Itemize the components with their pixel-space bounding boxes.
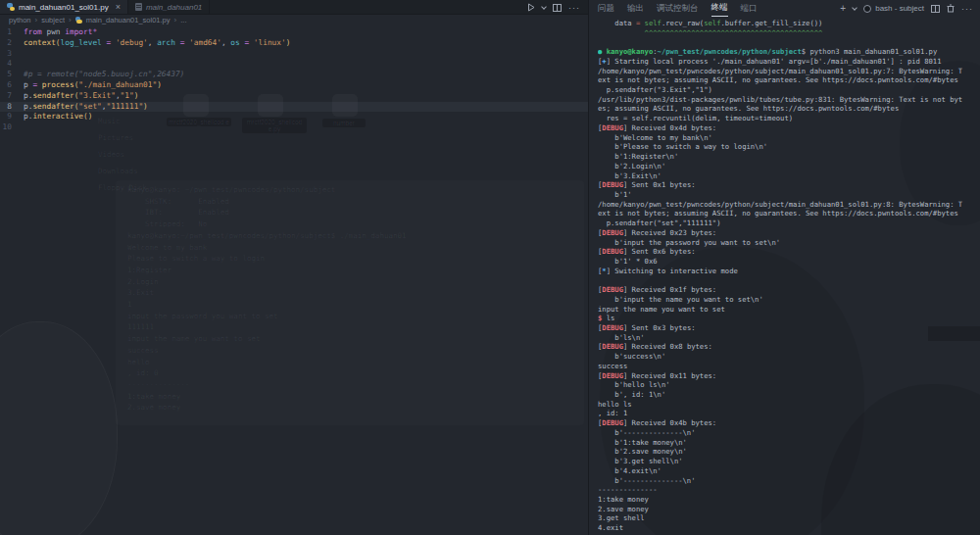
terminal-line: ext is not bytes; assuming ASCII, no gua… — [598, 209, 976, 219]
terminal-line: b'--------------\n' — [598, 476, 976, 486]
terminal-line: data = self.recv_raw(self.buffer.get_fil… — [598, 19, 976, 28]
panel-more-actions-icon[interactable]: ··· — [961, 4, 973, 14]
terminal-line: 2.save money — [598, 505, 976, 514]
terminal-line: 3.get shell — [598, 513, 976, 523]
terminal-line: res = self.recvuntil(delim, timeout=time… — [598, 114, 976, 123]
code-text: context(log_level = 'debug', arch = 'amd… — [24, 38, 290, 49]
breadcrumb-item[interactable]: python — [9, 16, 31, 24]
code-text: p.sendafter("set","111111") — [24, 102, 148, 113]
code-text: from pwn import* — [24, 27, 97, 38]
panel-tab-终端[interactable]: 终端 — [711, 0, 728, 17]
breadcrumb-item[interactable]: subject — [41, 16, 65, 24]
terminal-line: [DEBUG] Received 0x4d bytes: — [598, 123, 976, 133]
line-number: 1 — [0, 27, 24, 38]
run-python-file-button[interactable] — [527, 3, 535, 12]
python-icon — [75, 17, 82, 24]
vscode-window: { "editor": { "tabs": [ { "label": "main… — [0, 0, 980, 535]
terminal-line: b'input the name you want to set\n' — [598, 295, 976, 305]
code-line: 9p.interactive() — [0, 112, 588, 122]
terminal-line: /home/kanyo/pwn_test/pwncodes/python/sub… — [598, 67, 976, 76]
code-text — [24, 122, 28, 133]
terminal-line: [*] Switching to interactive mode — [598, 267, 976, 276]
terminal-line: -------------- — [598, 485, 976, 495]
line-number: 6 — [0, 80, 24, 91]
terminal-line: b'ls\n' — [598, 333, 976, 343]
panel-tab-端口[interactable]: 端口 — [741, 1, 758, 17]
terminal-line: ● kanyo@kanyo:~/pwn_test/pwncodes/python… — [598, 47, 976, 57]
new-terminal-button[interactable]: + — [840, 3, 846, 14]
code-line: 1from pwn import* — [0, 27, 588, 38]
python-icon — [7, 3, 15, 11]
panel-tab-调试控制台[interactable]: 调试控制台 — [657, 1, 699, 17]
terminal-line: [+] Starting local process './main_dahua… — [598, 57, 976, 67]
terminal-entry-label: bash - subject — [875, 4, 924, 13]
line-number: 5 — [0, 70, 24, 80]
terminal-line: p.sendafter("3.Exit","1") — [598, 85, 976, 95]
kill-terminal-trash-icon[interactable] — [947, 4, 955, 13]
panel-tab-输出[interactable]: 输出 — [627, 1, 644, 17]
terminal-line: p.sendafter("set","111111") — [598, 219, 976, 228]
terminal-line: [DEBUG] Received 0x11 bytes: — [598, 371, 976, 381]
terminal-line: b'4.exit\n' — [598, 466, 976, 476]
terminal-line: ^^^^^^^^^^^^^^^^^^^^^^^^^^^^^^^^^^^^^^^^… — [598, 28, 976, 38]
panel-tab-问题[interactable]: 问题 — [598, 1, 614, 17]
bash-icon — [863, 5, 871, 13]
tab-label: main_dahuan01_sol01.py — [19, 3, 109, 12]
code-line: 6p = process("./main_dahuan01") — [0, 80, 588, 91]
terminal-line: [DEBUG] Received 0x1f bytes: — [598, 285, 976, 295]
code-line: 10 — [0, 122, 588, 133]
terminal-line: b'Please to switch a way to login\n' — [598, 142, 976, 152]
terminal-list-entry[interactable]: bash - subject — [863, 4, 924, 13]
terminal-line: b'2.Login\n' — [598, 162, 976, 171]
terminal-line: [DEBUG] Received 0x8 bytes: — [598, 342, 976, 352]
line-number: 3 — [0, 49, 24, 60]
code-line: 5#p = remote("node5.buuoj.cn",26437) — [0, 70, 588, 80]
breadcrumb-item[interactable]: main_dahuan01_sol01.py — [86, 16, 171, 24]
breadcrumb-item[interactable]: ... — [180, 16, 186, 24]
terminal-line: b'1:Register\n' — [598, 152, 976, 162]
terminal-line: b'1' * 0x6 — [598, 257, 976, 267]
breadcrumb-separator-icon: › — [35, 16, 38, 24]
terminal-line: , id: 1 — [598, 409, 976, 418]
terminal-line: b'1' — [598, 190, 976, 200]
tab-main_dahuan01_sol01.py[interactable]: main_dahuan01_sol01.py× — [0, 0, 128, 14]
code-text: p.sendafter("3.Exit","1") — [24, 91, 138, 102]
terminal-line: [DEBUG] Sent 0x3 bytes: — [598, 323, 976, 333]
terminal-line: $ ls — [598, 314, 976, 323]
code-line: 8p.sendafter("set","111111") — [0, 102, 588, 113]
terminal-line: b'input the password you want to set\n' — [598, 238, 976, 248]
run-dropdown-chevron-icon[interactable] — [541, 4, 547, 10]
terminal-output[interactable]: data = self.recv_raw(self.buffer.get_fil… — [598, 19, 976, 535]
terminal-line — [598, 37, 976, 47]
terminal-line: b'Welcome to my bank\n' — [598, 133, 976, 143]
breadcrumb-separator-icon: › — [174, 16, 177, 24]
line-number: 2 — [0, 38, 24, 49]
terminal-profile-chevron-icon[interactable] — [852, 5, 858, 11]
terminal-line: b'3.get shell\n' — [598, 457, 976, 466]
breadcrumb-separator-icon: › — [69, 16, 72, 24]
bottom-panel-right: 问题输出调试控制台终端端口 + bash - subject ··· data … — [588, 0, 980, 535]
terminal-line: b'3.Exit\n' — [598, 171, 976, 181]
code-editor[interactable]: 1from pwn import*2context(log_level = 'd… — [0, 25, 588, 133]
terminal-line: 1:take money — [598, 495, 976, 505]
tab-main_dahuan01[interactable]: main_dahuan01 — [128, 0, 210, 14]
split-terminal-icon[interactable] — [931, 5, 940, 13]
breadcrumb[interactable]: python›subject›main_dahuan01_sol01.py›..… — [0, 15, 588, 25]
code-text: p = process("./main_dahuan01") — [24, 80, 162, 91]
terminal-line: [DEBUG] Sent 0x1 bytes: — [598, 180, 976, 190]
editor-more-actions-icon[interactable]: ··· — [568, 3, 580, 13]
code-text: #p = remote("node5.buuoj.cn",26437) — [24, 70, 184, 80]
tab-label: main_dahuan01 — [146, 3, 202, 12]
split-editor-icon[interactable] — [553, 4, 562, 12]
line-number: 10 — [0, 122, 24, 133]
code-line: 2context(log_level = 'debug', arch = 'am… — [0, 38, 588, 49]
terminal-line: ext is not bytes; assuming ASCII, no gua… — [598, 75, 976, 85]
terminal-line: b'--------------\n' — [598, 428, 976, 438]
terminal-line: b'success\n' — [598, 352, 976, 362]
line-number: 8 — [0, 102, 24, 113]
terminal-line: b'hello ls\n' — [598, 380, 976, 390]
close-tab-icon[interactable]: × — [116, 2, 121, 12]
terminal-line: b'1:take money\n' — [598, 438, 976, 448]
line-number: 4 — [0, 59, 24, 70]
line-number: 7 — [0, 91, 24, 102]
